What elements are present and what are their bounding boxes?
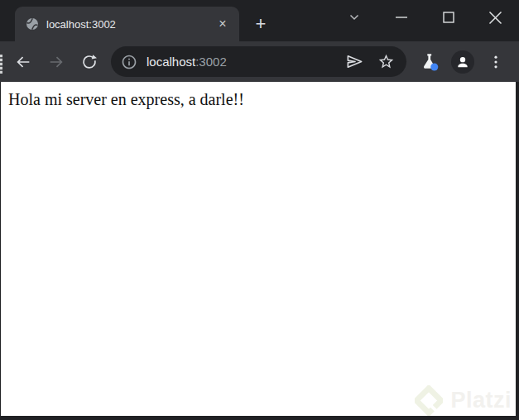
maximize-button[interactable] <box>425 1 472 34</box>
profile-button[interactable] <box>446 45 479 79</box>
send-icon <box>345 52 364 71</box>
background-window-sliver <box>0 55 2 74</box>
forward-arrow-icon <box>47 53 65 71</box>
new-tab-button[interactable]: + <box>249 12 272 36</box>
close-icon <box>488 11 502 25</box>
menu-button[interactable] <box>479 45 512 79</box>
three-dot-menu-icon <box>488 54 504 70</box>
back-arrow-icon <box>14 53 32 71</box>
minimize-button[interactable] <box>377 1 425 34</box>
chevron-down-icon <box>348 11 361 24</box>
tab-search-chevron-button[interactable] <box>330 1 377 34</box>
platzi-logo-icon <box>415 385 443 416</box>
reload-button[interactable] <box>73 45 106 79</box>
close-window-button[interactable] <box>472 1 519 34</box>
forward-button[interactable] <box>40 45 73 79</box>
maximize-icon <box>442 11 455 24</box>
url-host: localhost <box>147 55 195 69</box>
minimize-icon <box>395 11 408 24</box>
avatar <box>451 50 474 74</box>
tab-close-button[interactable]: × <box>214 16 231 32</box>
platzi-watermark: Platzi <box>415 385 512 416</box>
globe-favicon-icon <box>26 17 39 31</box>
bookmark-star-button[interactable] <box>377 53 395 70</box>
site-info-icon[interactable] <box>121 54 137 70</box>
platzi-watermark-text: Platzi <box>450 388 512 413</box>
tab-title: localhost:3002 <box>46 18 239 31</box>
person-icon <box>454 54 471 70</box>
star-icon <box>377 53 395 70</box>
back-button[interactable] <box>7 45 40 79</box>
page-viewport: Hola mi server en express, a darle!! Pla… <box>1 82 516 416</box>
url-port: :3002 <box>195 55 227 69</box>
send-button[interactable] <box>345 52 364 71</box>
browser-window: localhost:3002 × + <box>0 0 519 420</box>
window-controls <box>330 1 519 34</box>
tab-localhost[interactable]: localhost:3002 × <box>15 7 239 41</box>
address-bar[interactable]: localhost:3002 <box>111 46 406 77</box>
page-body-text: Hola mi server en express, a darle!! <box>8 90 516 109</box>
flask-icon <box>419 51 440 73</box>
browser-toolbar: localhost:3002 <box>0 41 519 82</box>
extension-flask-button[interactable] <box>413 45 446 79</box>
reload-icon <box>80 53 99 71</box>
tab-strip: localhost:3002 × + <box>0 0 519 41</box>
url-text: localhost:3002 <box>147 55 345 69</box>
